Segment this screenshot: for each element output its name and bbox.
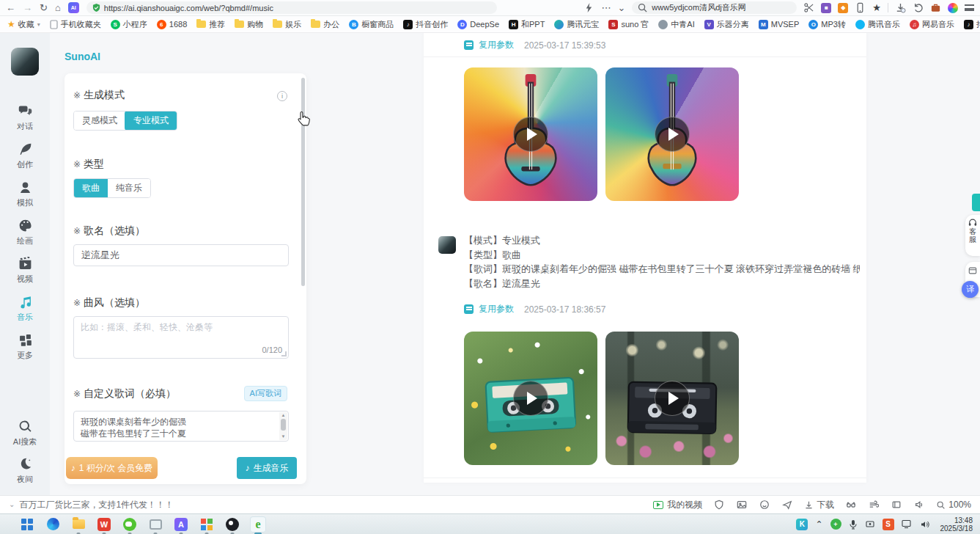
sidebar-item-ai-search[interactable]: AI搜索	[3, 419, 47, 447]
lyrics-textarea[interactable]: 斑驳的课桌刻着年少的倔强 磁带在书包里转了三十个夏 滚铁环穿过弄堂褪色的砖墙▲▼	[73, 411, 289, 442]
undo-icon[interactable]	[913, 2, 924, 13]
scroll-up-icon[interactable]: ▲	[279, 412, 287, 419]
taskbar-wechat[interactable]	[122, 516, 138, 533]
play-button[interactable]	[655, 117, 690, 152]
speaker-icon[interactable]	[913, 499, 925, 511]
taskbar-app-a[interactable]: A	[173, 516, 189, 533]
song-name-input[interactable]	[73, 244, 289, 266]
refresh-icon[interactable]: ↻	[40, 3, 48, 12]
bookmark-douyin-creator[interactable]: ♪抖音创作	[403, 19, 448, 30]
bookmark-netease-music[interactable]: ♫网易音乐	[910, 19, 954, 30]
bookmark-stem-split[interactable]: V乐器分离	[704, 19, 749, 30]
pin-star-icon[interactable]: ★	[872, 3, 881, 12]
extension-icon[interactable]: ■	[821, 3, 831, 13]
briefcase-icon[interactable]	[930, 2, 941, 13]
bookmark-folder-recommend[interactable]: 推荐	[196, 19, 225, 30]
bookmark-favorites[interactable]: ★收藏▾	[7, 19, 40, 30]
resize-handle-icon[interactable]	[281, 351, 287, 356]
collapse-chevron-icon[interactable]: ⌄	[9, 501, 15, 508]
bookmark-folder-office[interactable]: 办公	[311, 19, 339, 30]
sidebar-item-video[interactable]: 视频	[3, 256, 47, 285]
tray-k-app-icon[interactable]: K	[796, 519, 808, 530]
shield-icon[interactable]	[713, 499, 725, 511]
reading-mode-icon[interactable]	[845, 499, 857, 511]
scissors-icon[interactable]	[803, 2, 814, 13]
generate-music-button[interactable]: ♪生成音乐	[237, 457, 297, 479]
sidebar-item-more[interactable]: 更多	[3, 332, 47, 361]
bookmark-zhongqing-ai[interactable]: 中青AI	[658, 19, 694, 30]
textarea-scrollbar[interactable]: ▲▼	[279, 412, 287, 440]
type-instrumental-button[interactable]: 纯音乐	[108, 179, 150, 197]
bookmark-folder-entertainment[interactable]: 娱乐	[273, 19, 301, 30]
screenshot-icon[interactable]	[736, 499, 748, 511]
microphone-icon[interactable]	[849, 519, 858, 530]
home-icon[interactable]: ⌂	[55, 3, 61, 12]
bookmark-tencent-music[interactable]: 腾讯音乐	[855, 19, 900, 30]
download-manager-icon[interactable]	[895, 2, 906, 13]
bookmark-douyin-music[interactable]: ♪抖音音乐	[964, 19, 980, 30]
scroll-down-icon[interactable]: ▼	[279, 434, 287, 440]
bookmark-yuanbao[interactable]: 腾讯元宝	[554, 19, 599, 30]
sidebar-item-chat[interactable]: 对话	[3, 103, 47, 132]
send-icon[interactable]	[781, 499, 793, 511]
bookmark-1688[interactable]: 61688	[157, 20, 187, 29]
mode-inspiration-button[interactable]: 灵感模式	[74, 111, 125, 130]
bookmark-phone-favorites[interactable]: 手机收藏夹	[50, 19, 101, 30]
sidebar-item-painting[interactable]: 绘画	[3, 218, 47, 246]
mode-professional-button[interactable]: 专业模式	[125, 111, 177, 131]
play-button[interactable]	[655, 381, 690, 416]
style-textarea[interactable]: 比如：摇滚、柔和、轻快、沧桑等 0/120	[73, 316, 289, 359]
info-icon[interactable]: i	[277, 91, 287, 101]
side-tab-handle[interactable]	[972, 194, 980, 211]
network-monitor-icon[interactable]	[902, 519, 913, 529]
taskbar-explorer[interactable]	[70, 516, 86, 533]
scrollbar-thumb[interactable]	[281, 419, 286, 431]
panel-scrollbar-thumb[interactable]	[301, 78, 305, 286]
taskbar-wps[interactable]: W	[96, 516, 112, 533]
bookmark-mp3[interactable]: OMP3转	[808, 19, 846, 30]
bookmark-hppt[interactable]: H和PPT	[509, 19, 545, 30]
music-result-cover[interactable]	[605, 67, 739, 201]
chevron-down-icon[interactable]: ⌄	[617, 3, 625, 12]
taskbar-browser-active[interactable]: e	[250, 516, 266, 533]
translate-button[interactable]: 译	[962, 281, 979, 298]
split-window-icon[interactable]	[891, 499, 902, 511]
volume-icon[interactable]	[920, 520, 930, 529]
sidebar-item-simulate[interactable]: 模拟	[3, 180, 47, 208]
sidebar-item-create[interactable]: 创作	[3, 142, 47, 170]
reuse-params-button[interactable]: 复用参数	[479, 39, 514, 51]
taskbar-clock[interactable]: 13:48 2025/3/18	[940, 516, 973, 533]
more-dots-icon[interactable]: ⋯	[601, 3, 611, 12]
bookmark-mvsep[interactable]: MMVSEP	[759, 20, 800, 29]
music-result-cover[interactable]	[464, 332, 597, 465]
music-result-cover[interactable]	[605, 332, 739, 465]
bookmark-miniprogram[interactable]: S小程序	[111, 19, 147, 30]
back-icon[interactable]: ←	[6, 3, 15, 12]
sogou-icon[interactable]: S	[883, 519, 894, 530]
menu-icon[interactable]	[965, 4, 974, 11]
bookmark-deepseek[interactable]: DDeepSe	[457, 20, 499, 29]
type-song-button[interactable]: 歌曲	[73, 178, 108, 198]
taskbar-obs[interactable]	[224, 516, 240, 533]
browser-search-box[interactable]: www5ydjcom清风dj音乐网	[632, 1, 797, 14]
download-button[interactable]: 下载	[804, 499, 834, 511]
plugin-icon[interactable]: ◆	[838, 3, 848, 13]
emoji-icon[interactable]	[759, 499, 770, 511]
play-button[interactable]	[513, 381, 548, 416]
bookmark-suno[interactable]: Ssuno 官	[608, 19, 649, 30]
sidebar-item-night-mode[interactable]: 夜间	[3, 456, 47, 485]
address-bar[interactable]: https://ai.qianshouaigc.com/web/?qbmd#/m…	[86, 1, 497, 14]
taskbar-edge[interactable]	[45, 516, 61, 533]
customer-service-widget[interactable]: 客服	[965, 215, 980, 256]
bookmark-folder-shopping[interactable]: 购物	[235, 19, 263, 30]
sidebar-item-music[interactable]: 音乐	[3, 294, 47, 323]
ai-write-lyrics-button[interactable]: AI写歌词	[244, 386, 287, 401]
taskbar-colorful-app[interactable]	[199, 516, 215, 533]
reuse-params-button[interactable]: 复用参数	[479, 303, 514, 315]
theme-wheel-icon[interactable]	[948, 3, 958, 13]
bookmark-showcase[interactable]: B橱窗商品	[349, 19, 394, 30]
remote-device-icon[interactable]	[865, 520, 875, 529]
page-zoom-control[interactable]: 100%	[936, 500, 971, 510]
tray-360-icon[interactable]: +	[830, 519, 841, 530]
taskbar-snip[interactable]	[147, 516, 163, 533]
